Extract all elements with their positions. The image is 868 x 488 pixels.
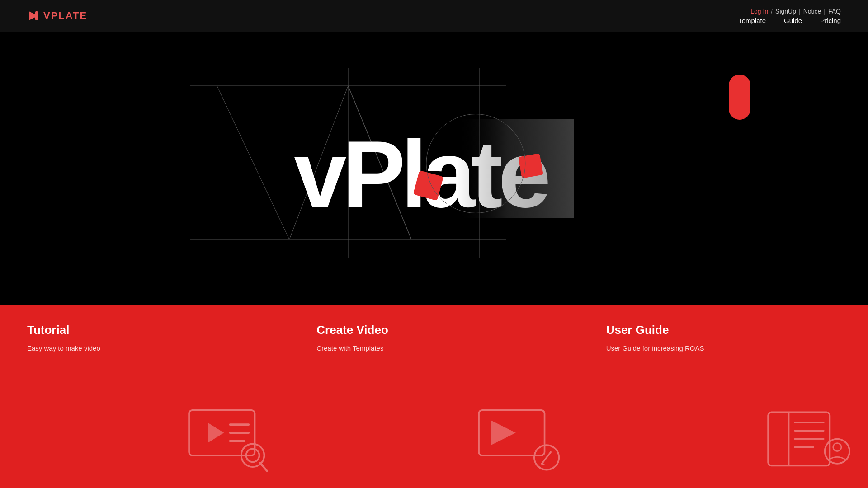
hero-section: vPlate xyxy=(0,32,868,305)
signup-link[interactable]: SignUp xyxy=(775,8,796,15)
bottom-section: Tutorial Easy way to make video Create V… xyxy=(0,305,868,488)
site-header: VPLATE Log In / SignUp | Notice | FAQ Te… xyxy=(0,0,868,32)
tutorial-icon xyxy=(185,405,275,479)
svg-line-7 xyxy=(217,86,289,239)
svg-line-26 xyxy=(542,464,544,465)
svg-marker-15 xyxy=(208,422,224,443)
login-link[interactable]: Log In xyxy=(750,8,768,15)
create-video-title: Create Video xyxy=(316,323,551,337)
circle-decoration xyxy=(426,114,525,213)
logo[interactable]: VPLATE xyxy=(27,9,87,22)
separator-3: | xyxy=(824,8,826,15)
separator-2: | xyxy=(799,8,801,15)
create-video-description: Create with Templates xyxy=(316,344,551,352)
notice-link[interactable]: Notice xyxy=(803,8,821,15)
user-guide-card[interactable]: User Guide User Guide for increasing ROA… xyxy=(579,305,868,488)
tutorial-title: Tutorial xyxy=(27,323,262,337)
user-guide-icon xyxy=(764,405,854,479)
user-guide-title: User Guide xyxy=(606,323,841,337)
svg-rect-1 xyxy=(35,11,38,20)
logo-play-icon xyxy=(27,9,40,22)
nav-template[interactable]: Template xyxy=(738,17,766,24)
svg-line-21 xyxy=(260,463,267,471)
user-guide-description: User Guide for increasing ROAS xyxy=(606,344,841,352)
floating-pill-decoration xyxy=(729,75,750,120)
logo-text: VPLATE xyxy=(43,10,87,22)
main-nav: Template Guide Pricing xyxy=(738,17,841,24)
tutorial-card[interactable]: Tutorial Easy way to make video xyxy=(0,305,289,488)
tutorial-description: Easy way to make video xyxy=(27,344,262,352)
svg-marker-23 xyxy=(491,421,516,446)
svg-point-34 xyxy=(833,443,841,451)
nav-pricing[interactable]: Pricing xyxy=(820,17,841,24)
nav-guide[interactable]: Guide xyxy=(784,17,802,24)
create-video-icon xyxy=(475,405,565,479)
header-right: Log In / SignUp | Notice | FAQ Template … xyxy=(738,8,841,24)
faq-link[interactable]: FAQ xyxy=(828,8,841,15)
create-video-card[interactable]: Create Video Create with Templates xyxy=(289,305,579,488)
separator-1: / xyxy=(771,8,773,15)
header-top-links: Log In / SignUp | Notice | FAQ xyxy=(750,8,841,15)
